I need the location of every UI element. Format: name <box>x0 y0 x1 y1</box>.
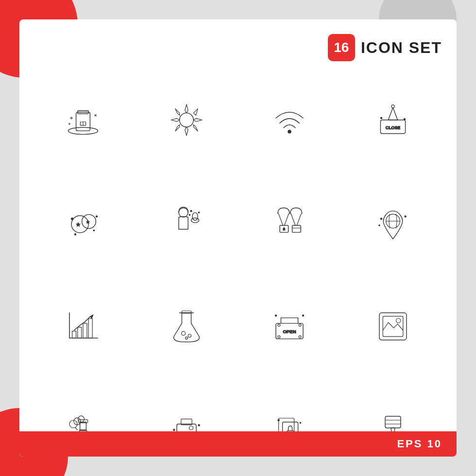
svg-rect-75 <box>379 313 407 340</box>
svg-marker-16 <box>175 125 180 132</box>
sun-icon <box>137 71 236 170</box>
svg-point-74 <box>303 315 304 316</box>
svg-point-63 <box>185 337 187 340</box>
svg-marker-10 <box>185 104 188 113</box>
main-card: 16 ICON SET <box>19 19 457 457</box>
svg-line-39 <box>279 214 283 225</box>
svg-point-81 <box>69 420 77 428</box>
svg-point-36 <box>190 210 192 212</box>
svg-point-6 <box>69 123 70 124</box>
footer: EPS 10 <box>19 431 457 457</box>
page-title: ICON SET <box>361 39 442 57</box>
svg-point-93 <box>198 425 200 426</box>
svg-point-51 <box>379 225 380 226</box>
svg-point-38 <box>189 214 190 215</box>
svg-rect-102 <box>385 416 401 428</box>
svg-point-9 <box>179 113 193 127</box>
svg-rect-78 <box>80 422 86 431</box>
svg-point-30 <box>96 216 98 217</box>
parachute-delivery-icon: $ <box>240 174 339 273</box>
svg-point-83 <box>78 416 85 422</box>
svg-marker-58 <box>90 315 93 319</box>
svg-point-33 <box>179 208 188 217</box>
locked-file-icon <box>240 381 339 476</box>
footer-text: EPS 10 <box>397 438 442 450</box>
svg-point-34 <box>192 212 198 220</box>
svg-line-40 <box>285 214 289 225</box>
svg-point-37 <box>198 212 199 213</box>
svg-point-61 <box>181 332 185 336</box>
svg-marker-20 <box>388 108 397 120</box>
header: 16 ICON SET <box>34 34 442 61</box>
svg-point-100 <box>278 419 279 421</box>
svg-point-5 <box>71 118 72 119</box>
basketball-location-icon <box>344 174 442 273</box>
svg-line-84 <box>75 427 77 430</box>
svg-point-32 <box>93 230 94 231</box>
icon-count-badge: 16 <box>328 34 355 61</box>
potion-flask-icon <box>137 277 236 376</box>
photo-frame-icon <box>344 277 442 376</box>
open-sign-icon: OPEN <box>240 277 339 376</box>
svg-point-72 <box>299 336 301 338</box>
svg-point-31 <box>75 234 76 235</box>
printing-machine-icon <box>137 381 236 476</box>
svg-point-73 <box>275 315 277 316</box>
svg-text:$: $ <box>283 227 286 231</box>
svg-marker-11 <box>185 127 188 136</box>
pilgrim-hat-icon <box>34 71 133 170</box>
svg-point-91 <box>189 426 193 430</box>
svg-text:★: ★ <box>86 220 90 224</box>
svg-marker-12 <box>171 119 180 121</box>
bowling-woman-icon <box>137 174 236 273</box>
svg-point-92 <box>173 429 175 430</box>
svg-rect-56 <box>83 323 87 338</box>
svg-rect-54 <box>72 331 76 338</box>
laser-engraver-icon <box>344 381 442 476</box>
svg-point-29 <box>71 218 73 220</box>
growth-chart-icon <box>34 277 133 376</box>
svg-point-24 <box>404 119 405 120</box>
icon-grid: CLOSE ★ ★ <box>34 71 442 476</box>
svg-rect-45 <box>292 225 301 232</box>
svg-point-77 <box>396 318 401 323</box>
svg-point-18 <box>288 130 291 133</box>
svg-rect-1 <box>76 112 90 131</box>
svg-rect-55 <box>78 327 82 338</box>
svg-marker-15 <box>193 109 198 116</box>
wifi-icon <box>240 71 339 170</box>
svg-rect-57 <box>88 319 92 338</box>
svg-marker-17 <box>193 125 198 132</box>
svg-point-23 <box>380 118 382 119</box>
svg-text:★: ★ <box>76 221 81 227</box>
svg-point-62 <box>188 334 191 337</box>
svg-point-71 <box>278 336 280 338</box>
svg-marker-14 <box>175 109 180 116</box>
svg-marker-13 <box>193 119 202 121</box>
svg-point-70 <box>299 324 301 326</box>
svg-text:CLOSE: CLOSE <box>386 125 400 130</box>
chemistry-bubbles-icon <box>34 381 133 476</box>
svg-point-49 <box>380 218 382 220</box>
svg-text:OPEN: OPEN <box>283 329 296 335</box>
svg-line-43 <box>291 214 295 225</box>
svg-point-101 <box>300 422 301 423</box>
svg-line-44 <box>297 214 301 225</box>
svg-point-50 <box>405 216 406 217</box>
svg-point-69 <box>278 324 280 326</box>
bubbles-stars-icon: ★ ★ <box>34 174 133 273</box>
close-sign-icon: CLOSE <box>344 71 442 170</box>
